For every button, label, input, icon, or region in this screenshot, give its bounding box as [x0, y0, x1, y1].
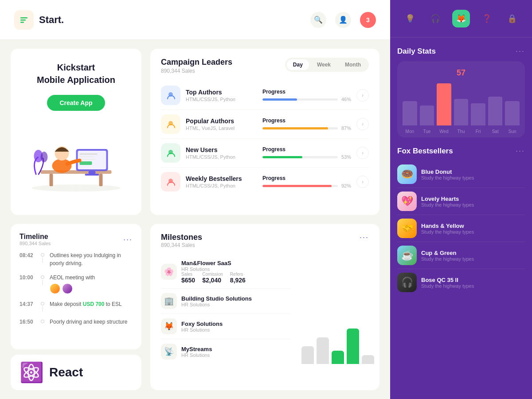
- milestone-info: Building Studio Solutions HR Solutions: [181, 295, 291, 307]
- milestone-name: Building Studio Solutions: [181, 295, 291, 302]
- campaign-row-progress: Progress 53%: [262, 146, 351, 160]
- sidebar-nav-fox-icon[interactable]: 🦊: [452, 10, 470, 27]
- sales-label: Sales: [181, 272, 195, 277]
- campaign-row-chevron[interactable]: ›: [356, 147, 369, 159]
- chart-bar-wrap: [301, 346, 314, 364]
- svg-rect-0: [20, 17, 27, 19]
- react-text: React: [49, 365, 83, 379]
- timeline-line: [42, 258, 43, 263]
- search-icon[interactable]: 🔍: [310, 12, 326, 28]
- milestone-info: MyStreams HR Solutions: [181, 346, 291, 358]
- logo-icon: [14, 10, 34, 30]
- timeline-text: Poorly driving and keep structure: [50, 319, 127, 325]
- sidebar-nav-headset-icon[interactable]: 🎧: [426, 10, 444, 27]
- campaign-row-tags: HTML/CSS/JS, Python: [186, 154, 257, 160]
- fox-bestseller-thumb: 🍩: [397, 164, 417, 184]
- timeline-subtitle: 890,344 Sales: [20, 241, 51, 246]
- campaign-row-chevron[interactable]: ›: [356, 89, 369, 102]
- content-grid: Kickstart Mobile Application Create App: [0, 40, 390, 399]
- timeline-dot-col: [41, 251, 44, 263]
- timeline-line: [42, 306, 43, 312]
- daily-stats-bar: [505, 101, 520, 125]
- fox-bestseller-item[interactable]: 🤝 Hands & Yellow Study the highway types: [397, 215, 525, 242]
- timeline-dot-col: [41, 300, 44, 312]
- campaign-row-chevron[interactable]: ›: [356, 118, 369, 130]
- svg-rect-10: [85, 174, 99, 176]
- progress-bar-track: [262, 127, 338, 129]
- fox-bestseller-item[interactable]: 💖 Lovely Hearts Study the highway types: [397, 188, 525, 215]
- fox-bestseller-info: Cup & Green Study the highway types: [421, 250, 525, 262]
- campaign-row-chevron[interactable]: ›: [356, 176, 369, 188]
- milestone-sub: HR Solutions: [181, 352, 291, 358]
- fox-bestseller-item[interactable]: 🎧 Bose QC 35 II Study the highway types: [397, 269, 525, 296]
- daily-stats-bar: [488, 97, 503, 125]
- fox-bestsellers-options-icon[interactable]: ···: [516, 146, 525, 156]
- chart-bar: [362, 355, 374, 364]
- milestones-subtitle: 890,344 Sales: [161, 242, 202, 248]
- milestone-icon: 🌸: [161, 264, 177, 280]
- milestone-sub: HR Solutions: [181, 266, 291, 272]
- campaign-row-name: New Users: [186, 146, 257, 153]
- sidebar-nav-light-icon[interactable]: 💡: [401, 10, 419, 27]
- milestone-row: 🌸 Man&Flower SaaS HR Solutions Sales $65…: [161, 255, 291, 289]
- campaign-row-icon: [161, 143, 180, 163]
- milestone-icon: 🏢: [161, 293, 177, 309]
- svg-point-3: [32, 184, 121, 192]
- milestone-name: Man&Flower SaaS: [181, 260, 291, 266]
- timeline-dot-col: [41, 318, 44, 323]
- campaign-row-progress: Progress 46%: [262, 89, 351, 102]
- milestone-sub: HR Solutions: [181, 302, 291, 307]
- fox-bestseller-info: Hands & Yellow Study the highway types: [421, 223, 525, 235]
- notification-badge[interactable]: 3: [360, 12, 376, 28]
- timeline-content: Make deposit USD 700 to ESL: [50, 300, 122, 308]
- campaign-row-icon: [161, 114, 180, 134]
- sidebar-top-icons: 💡 🎧 🦊 ❓ 🔒: [390, 0, 532, 38]
- chart-bar: [347, 329, 359, 364]
- milestones-header: Milestones 890,344 Sales ···: [161, 233, 369, 248]
- campaign-row-name: Popular Authors: [186, 117, 257, 125]
- milestone-stats: Sales $650 Comission $2,040 Refers 8,926: [181, 272, 291, 284]
- tab-month[interactable]: Month: [339, 59, 367, 70]
- timeline-options-icon[interactable]: ···: [123, 235, 133, 244]
- chart-bar-wrap: [362, 355, 374, 364]
- timeline-text: AEOL meeting with: [50, 274, 95, 281]
- daily-stats-options-icon[interactable]: ···: [516, 47, 525, 56]
- fox-bestseller-item[interactable]: 🍩 Blue Donut Study the highway types: [397, 161, 525, 188]
- avatar-2: [62, 283, 73, 294]
- daily-stats-bar: [403, 101, 417, 125]
- fox-bestseller-name: Hands & Yellow: [421, 223, 525, 229]
- sidebar-nav-lock-icon[interactable]: 🔒: [503, 10, 521, 27]
- comission-label: Comission: [202, 272, 223, 277]
- milestones-options-icon[interactable]: ···: [360, 233, 369, 242]
- progress-fill: [262, 98, 297, 101]
- create-app-button[interactable]: Create App: [47, 95, 105, 111]
- milestone-name: Foxy Solutions: [181, 321, 291, 327]
- daily-stats-peak: 57: [403, 68, 520, 78]
- fox-bestseller-item[interactable]: ☕ Cup & Green Study the highway types: [397, 242, 525, 269]
- fox-bestseller-info: Blue Donut Study the highway types: [421, 168, 525, 180]
- progress-label: Progress: [262, 117, 351, 124]
- campaign-row-info: Weekly Bestsellers HTML/CSS/JS, Python: [186, 175, 257, 188]
- campaign-row-icon: [161, 172, 180, 192]
- illustration: [21, 121, 131, 192]
- svg-rect-9: [89, 171, 96, 174]
- progress-bar-track: [262, 98, 338, 101]
- daily-stats-label: Sun: [505, 129, 520, 134]
- campaign-header: Campaign Leaders 890,344 Sales Day Week …: [161, 58, 369, 74]
- fox-bestseller-info: Lovely Hearts Study the highway types: [421, 196, 525, 207]
- profile-icon[interactable]: 👤: [335, 12, 351, 28]
- timeline-time: 16:50: [20, 319, 35, 325]
- timeline-dot: [41, 302, 44, 305]
- sidebar-nav-help-icon[interactable]: ❓: [478, 10, 496, 27]
- milestone-row: 🏢 Building Studio Solutions HR Solutions: [161, 289, 291, 314]
- campaign-row-tags: HTML/CSS/JS, Python: [186, 97, 257, 102]
- chart-bar-wrap: [347, 329, 359, 364]
- tab-day[interactable]: Day: [287, 59, 309, 70]
- tab-week[interactable]: Week: [311, 59, 337, 70]
- svg-point-18: [41, 152, 48, 162]
- fox-bestsellers-header: Fox Bestsellers ···: [397, 146, 525, 156]
- progress-bar-wrap: 87%: [262, 125, 351, 131]
- milestone-refers: Refers 8,926: [230, 272, 246, 284]
- react-badge-card: ⚛️ React: [11, 355, 141, 390]
- fox-bestseller-sub: Study the highway types: [421, 283, 525, 289]
